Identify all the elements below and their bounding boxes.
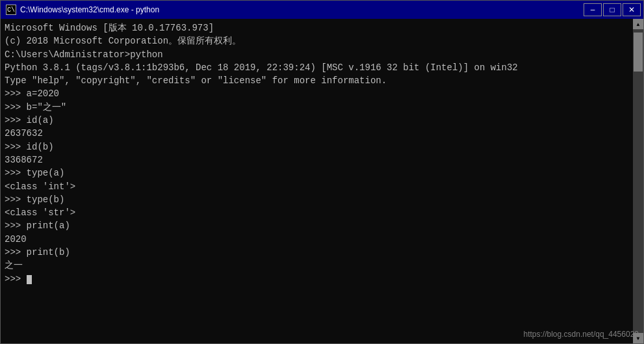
cmd-icon: C\	[6, 5, 16, 15]
title-bar-text: C:\Windows\system32\cmd.exe - python	[20, 5, 159, 14]
scrollbar[interactable]: ▲ ▼	[633, 19, 643, 343]
console-area: Microsoft Windows [版本 10.0.17763.973](c)…	[1, 19, 643, 343]
console-line: <class 'str'>	[5, 206, 629, 219]
console-line: >>> id(b)	[5, 140, 629, 153]
console-line: >>> a=2020	[5, 87, 629, 100]
console-line: >>> type(b)	[5, 193, 629, 206]
console-line: Type "help", "copyright", "credits" or "…	[5, 74, 629, 87]
console-line: <class 'int'>	[5, 180, 629, 193]
title-bar: C\ C:\Windows\system32\cmd.exe - python …	[1, 1, 643, 19]
cursor	[27, 275, 32, 284]
console-line: >>> b="之一"	[5, 101, 629, 114]
console-line: Microsoft Windows [版本 10.0.17763.973]	[5, 21, 629, 34]
scrollbar-thumb[interactable]	[634, 33, 643, 72]
console-line: >>> type(a)	[5, 166, 629, 179]
console-line: >>>	[5, 272, 629, 285]
console-line: >>> print(b)	[5, 246, 629, 259]
close-button[interactable]: ✕	[623, 3, 641, 16]
scrollbar-up-button[interactable]: ▲	[633, 19, 643, 29]
watermark: https://blog.csdn.net/qq_4456029	[524, 330, 639, 339]
console-line: >>> id(a)	[5, 114, 629, 127]
title-bar-controls: – □ ✕	[584, 3, 641, 16]
console-line: >>> print(a)	[5, 219, 629, 232]
title-bar-left: C\ C:\Windows\system32\cmd.exe - python	[6, 5, 159, 15]
console-line: Python 3.8.1 (tags/v3.8.1:1b293b6, Dec 1…	[5, 61, 629, 74]
console-line: 3368672	[5, 153, 629, 166]
console-line: 2020	[5, 233, 629, 246]
console-content[interactable]: Microsoft Windows [版本 10.0.17763.973](c)…	[1, 19, 633, 343]
maximize-button[interactable]: □	[603, 3, 621, 16]
console-line: 2637632	[5, 127, 629, 140]
cmd-window: C\ C:\Windows\system32\cmd.exe - python …	[0, 0, 644, 344]
minimize-button[interactable]: –	[584, 3, 602, 16]
console-line: 之一	[5, 259, 629, 272]
console-line: C:\Users\Administrator>python	[5, 48, 629, 61]
console-line: (c) 2018 Microsoft Corporation。保留所有权利。	[5, 34, 629, 47]
